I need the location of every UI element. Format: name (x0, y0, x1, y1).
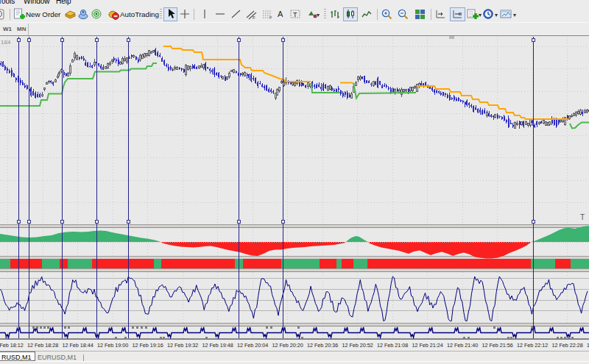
svg-text:184: 184 (1, 39, 11, 46)
svg-text:12 Feb 22:12: 12 Feb 22:12 (517, 342, 548, 349)
svg-text:12 Feb 18:28: 12 Feb 18:28 (27, 342, 58, 349)
svg-text:P: P (269, 15, 272, 20)
svg-text:12 Feb 21:24: 12 Feb 21:24 (412, 342, 442, 349)
svg-text:F: F (253, 15, 255, 20)
svg-text:T: T (580, 213, 585, 221)
svg-text:12 Feb 20:36: 12 Feb 20:36 (307, 342, 338, 349)
svg-text:12 Feb 20:04: 12 Feb 20:04 (237, 342, 268, 349)
svg-text:12 Feb 20:52: 12 Feb 20:52 (342, 342, 373, 349)
svg-text:12 Feb 19:48: 12 Feb 19:48 (202, 342, 233, 349)
svg-text:12 Feb 18:12: 12 Feb 18:12 (0, 342, 24, 349)
svg-text:12 Feb 18:44: 12 Feb 18:44 (62, 342, 93, 349)
svg-text:12 Feb 21:08: 12 Feb 21:08 (377, 342, 408, 349)
svg-text:12 Feb 19:16: 12 Feb 19:16 (132, 342, 163, 349)
svg-text:12 Feb 22:28: 12 Feb 22:28 (551, 342, 582, 349)
svg-text:12 Feb 21:56: 12 Feb 21:56 (482, 342, 512, 349)
svg-text:12 Feb 21:40: 12 Feb 21:40 (447, 342, 478, 349)
svg-text:T: T (293, 11, 297, 18)
svg-text:12 Feb 19:32: 12 Feb 19:32 (167, 342, 198, 349)
svg-text:12 Feb 20:20: 12 Feb 20:20 (272, 342, 303, 349)
svg-text:12 Feb 19:00: 12 Feb 19:00 (97, 342, 128, 349)
